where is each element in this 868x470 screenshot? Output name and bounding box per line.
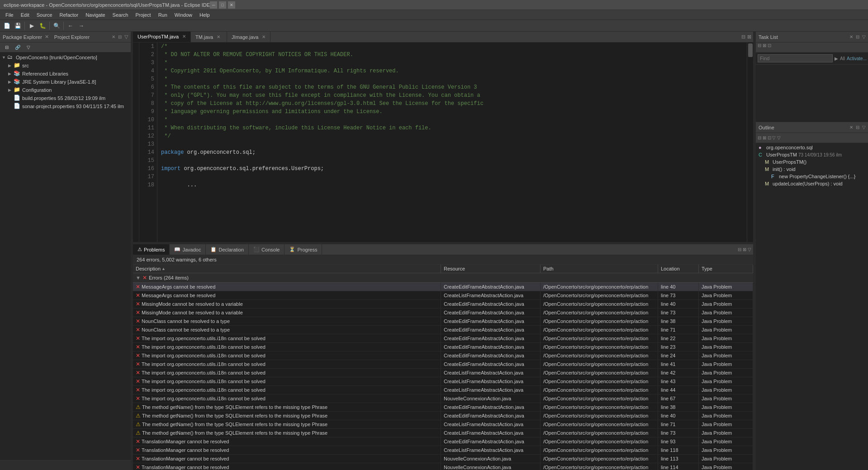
menu-item-source[interactable]: Source bbox=[33, 11, 56, 19]
table-header-resource[interactable]: Resource bbox=[441, 265, 541, 273]
menu-item-window[interactable]: Window bbox=[171, 11, 196, 19]
menu-item-search[interactable]: Search bbox=[109, 11, 132, 19]
table-row[interactable]: ⚠The method getName() from the type SQLE… bbox=[133, 429, 753, 437]
outline-item[interactable]: ● org.openconcerto.sql bbox=[756, 144, 868, 151]
table-row[interactable]: ⚠The method getName() from the type SQLE… bbox=[133, 412, 753, 420]
table-row[interactable]: ⚠The method getName() from the type SQLE… bbox=[133, 403, 753, 412]
table-header-path[interactable]: Path bbox=[541, 265, 658, 273]
panel-minimize-icon[interactable]: ⊟ bbox=[118, 34, 122, 39]
editor-tab-2[interactable]: JImage.java✕ bbox=[227, 32, 270, 42]
error-section-header[interactable]: ▼✕Errors (264 items) bbox=[133, 273, 753, 283]
table-header-location[interactable]: Location bbox=[658, 265, 699, 273]
tab-close-icon[interactable]: ✕ bbox=[182, 34, 186, 39]
table-row[interactable]: ✕MessageArgs cannot be resolved CreateEd… bbox=[133, 283, 753, 291]
tree-item[interactable]: ▶ 📚 JRE System Library [JavaSE-1.8] bbox=[0, 78, 131, 86]
search-button[interactable]: 🔍 bbox=[52, 21, 62, 31]
panel-menu-icon[interactable]: ▽ bbox=[124, 34, 128, 40]
activate-btn[interactable]: Activate... bbox=[847, 56, 867, 61]
panel-close-icon[interactable]: ✕ bbox=[112, 34, 115, 39]
outline-item[interactable]: M init() : void bbox=[756, 166, 868, 173]
menu-item-refactor[interactable]: Refactor bbox=[56, 11, 82, 19]
tree-item[interactable]: ▶ 📚 Referenced Libraries bbox=[0, 70, 131, 78]
problems-menu-icon[interactable]: ▽ bbox=[748, 247, 751, 252]
table-row[interactable]: ✕MessageArgs cannot be resolved CreateLi… bbox=[133, 291, 753, 300]
run-button[interactable]: ▶ bbox=[27, 21, 37, 31]
table-row[interactable]: ✕The import org.openconcerto.utils.i18n … bbox=[133, 360, 753, 369]
editor-tab-1[interactable]: TM.java✕ bbox=[191, 32, 227, 42]
new-button[interactable]: 📄 bbox=[2, 21, 12, 31]
task-list-minimize-icon[interactable]: ⊟ bbox=[856, 34, 859, 39]
menu-item-file[interactable]: File bbox=[2, 11, 17, 19]
table-row[interactable]: ✕TranslationManager cannot be resolved N… bbox=[133, 463, 753, 470]
task-find-input[interactable] bbox=[758, 54, 833, 62]
package-explorer-tab[interactable]: Package Explorer bbox=[3, 34, 42, 40]
editor-scrollbar[interactable] bbox=[747, 43, 753, 242]
problems-table[interactable]: Description ▲ResourcePathLocationType ▼✕… bbox=[133, 265, 753, 470]
table-row[interactable]: ✕NounClass cannot be resolved to a type … bbox=[133, 317, 753, 326]
menu-item-help[interactable]: Help bbox=[196, 11, 213, 19]
table-row[interactable]: ✕The import org.openconcerto.utils.i18n … bbox=[133, 377, 753, 386]
bottom-tab-declaration[interactable]: 📋Declaration bbox=[206, 244, 249, 255]
bottom-tab-javadoc[interactable]: 📖Javadoc bbox=[170, 244, 206, 255]
table-row[interactable]: ✕The import org.openconcerto.utils.i18n … bbox=[133, 394, 753, 403]
tree-item[interactable]: ▶ 📁 Configuration bbox=[0, 86, 131, 94]
outline-item[interactable]: M UserPropsTM() bbox=[756, 158, 868, 166]
outline-item[interactable]: M updateLocale(UserProps) : void bbox=[756, 180, 868, 187]
editor-minimize-icon[interactable]: ⊟ bbox=[741, 34, 745, 40]
table-row[interactable]: ✕TranslationManager cannot be resolved N… bbox=[133, 455, 753, 463]
tab-close-icon[interactable]: ✕ bbox=[262, 34, 266, 39]
table-row[interactable]: ✕The import org.openconcerto.utils.i18n … bbox=[133, 334, 753, 343]
table-row[interactable]: ✕MissingMode cannot be resolved to a var… bbox=[133, 300, 753, 309]
project-explorer-tab[interactable]: Project Explorer bbox=[54, 34, 90, 40]
task-list-menu-icon[interactable]: ▽ bbox=[862, 34, 866, 39]
menu-item-navigate[interactable]: Navigate bbox=[82, 11, 109, 19]
table-row[interactable]: ✕The import org.openconcerto.utils.i18n … bbox=[133, 351, 753, 360]
menu-item-run[interactable]: Run bbox=[155, 11, 171, 19]
outline-menu-icon[interactable]: ▽ bbox=[862, 125, 866, 130]
outline-minimize-icon[interactable]: ⊟ bbox=[856, 125, 859, 130]
menu-item-project[interactable]: Project bbox=[132, 11, 154, 19]
outline-item[interactable]: F new PropertyChangeListener() {...} bbox=[756, 173, 868, 180]
bottom-tab-problems[interactable]: ⚠Problems bbox=[133, 244, 170, 255]
outline-close-icon[interactable]: ✕ bbox=[849, 125, 853, 130]
tree-item[interactable]: 📄 sonar-project.properties 93 04/11/15 1… bbox=[0, 102, 131, 110]
tree-item[interactable]: ▶ 📁 src bbox=[0, 62, 131, 70]
table-row[interactable]: ⚠The method getName() from the type SQLE… bbox=[133, 420, 753, 429]
tree-item[interactable]: 📄 build.properties 55 28/02/12 19:09 ilm bbox=[0, 94, 131, 102]
code-area[interactable]: /* * DO NOT ALTER OR REMOVE COPYRIGHT NO… bbox=[157, 43, 747, 242]
forward-button[interactable]: → bbox=[76, 21, 86, 31]
tab-close-icon[interactable]: ✕ bbox=[217, 34, 220, 39]
bottom-tab-progress[interactable]: ⏳Progress bbox=[285, 244, 322, 255]
debug-button[interactable]: 🐛 bbox=[38, 21, 47, 31]
find-arrow-icon[interactable]: ▶ bbox=[835, 56, 838, 61]
problems-minimize-icon[interactable]: ⊠ bbox=[743, 247, 746, 252]
back-button[interactable]: ← bbox=[66, 21, 76, 31]
collapse-all-button[interactable]: ⊟ bbox=[2, 43, 12, 52]
menu-item-edit[interactable]: Edit bbox=[17, 11, 33, 19]
minimize-button[interactable]: ─ bbox=[210, 1, 217, 9]
td-type: Java Problem bbox=[699, 446, 753, 454]
editor-tab-0[interactable]: UserPropsTM.java✕ bbox=[133, 32, 191, 42]
table-row[interactable]: ✕NounClass cannot be resolved to a type … bbox=[133, 326, 753, 334]
tree-menu-button[interactable]: ▽ bbox=[24, 43, 33, 52]
save-button[interactable]: 💾 bbox=[13, 21, 23, 31]
bottom-tab-console[interactable]: ⬛Console bbox=[249, 244, 285, 255]
task-list-close-icon[interactable]: ✕ bbox=[849, 34, 853, 39]
link-editor-button[interactable]: 🔗 bbox=[13, 43, 23, 52]
table-header-type[interactable]: Type bbox=[699, 265, 753, 273]
problems-filter-icon[interactable]: ⊟ bbox=[738, 247, 741, 252]
maximize-button[interactable]: □ bbox=[219, 1, 226, 9]
table-row[interactable]: ✕TranslationManager cannot be resolved C… bbox=[133, 437, 753, 446]
table-row[interactable]: ✕MissingMode cannot be resolved to a var… bbox=[133, 309, 753, 317]
table-row[interactable]: ✕The import org.openconcerto.utils.i18n … bbox=[133, 369, 753, 377]
editor-maximize-icon[interactable]: ⊠ bbox=[747, 34, 751, 40]
outline-item[interactable]: C UserPropsTM 73 14/09/13 19:56 ilm bbox=[756, 151, 868, 158]
table-row[interactable]: ✕The import org.openconcerto.utils.i18n … bbox=[133, 343, 753, 351]
close-button[interactable]: ✕ bbox=[228, 1, 235, 9]
table-header-description[interactable]: Description ▲ bbox=[133, 265, 441, 273]
table-row[interactable]: ✕The import org.openconcerto.utils.i18n … bbox=[133, 386, 753, 394]
find-all-btn[interactable]: All bbox=[840, 56, 845, 61]
table-row[interactable]: ✕TranslationManager cannot be resolved C… bbox=[133, 446, 753, 455]
code-line: * copy of the License at http://www.gnu.… bbox=[161, 100, 743, 108]
tree-item[interactable]: ▼ 🗂 OpenConcerto [trunk/OpenConcerto] bbox=[0, 53, 131, 62]
